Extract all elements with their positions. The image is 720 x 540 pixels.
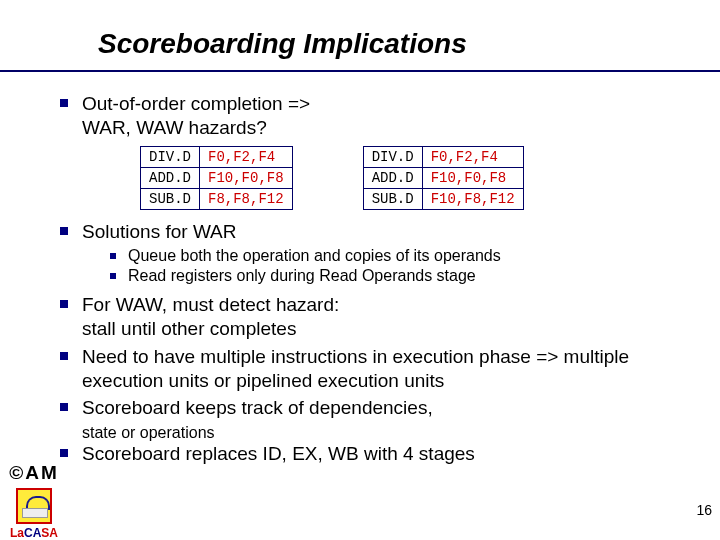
footer-logo: ©AM LaCASA [4,462,64,540]
bullet-icon [60,449,68,457]
bullet-2b-text: Read registers only during Read Operands… [128,267,476,285]
bullet-6-text: Scoreboard replaces ID, EX, WB with 4 st… [82,442,475,466]
op-cell: SUB.D [363,188,422,209]
reg-cell: F10,F0,F8 [422,167,523,188]
lacasa-p2: CA [24,526,41,540]
title-underline [0,70,720,72]
bullet-1: Out-of-order completion => WAR, WAW haza… [60,92,680,140]
bullet-icon [60,352,68,360]
reg-cell: F10,F8,F12 [422,188,523,209]
lacasa-icon [16,488,52,524]
bullet-5-text: Scoreboard keeps track of dependencies, [82,396,433,420]
table-row: DIV.DF0,F2,F4 [141,146,293,167]
bullet-4: Need to have multiple instructions in ex… [60,345,680,393]
bullet-3: For WAW, must detect hazard: stall until… [60,293,680,341]
bullet-4-text: Need to have multiple instructions in ex… [82,345,680,393]
slide-title: Scoreboarding Implications [98,28,467,60]
lacasa-p1: La [10,526,24,540]
op-cell: DIV.D [141,146,200,167]
table-left: DIV.DF0,F2,F4 ADD.DF10,F0,F8 SUB.DF8,F8,… [140,146,293,210]
page-number: 16 [696,502,712,518]
bullet-3-text: For WAW, must detect hazard: stall until… [82,293,339,341]
op-cell: DIV.D [363,146,422,167]
reg-cell: F10,F0,F8 [200,167,293,188]
bullet-5: Scoreboard keeps track of dependencies, [60,396,680,420]
bullet-1-text: Out-of-order completion => WAR, WAW haza… [82,92,310,140]
lacasa-p3: SA [41,526,58,540]
lacasa-text: LaCASA [4,526,64,540]
bullet-icon [110,273,116,279]
table-right: DIV.DF0,F2,F4 ADD.DF10,F0,F8 SUB.DF10,F8… [363,146,524,210]
bullet-2a-text: Queue both the operation and copies of i… [128,247,501,265]
reg-cell: F8,F8,F12 [200,188,293,209]
bullet-2-text: Solutions for WAR [82,220,237,244]
bullet-2a: Queue both the operation and copies of i… [110,247,680,265]
bullet-icon [60,300,68,308]
table-row: DIV.DF0,F2,F4 [363,146,523,167]
table-row: SUB.DF8,F8,F12 [141,188,293,209]
bullet-5b: state or operations [82,424,680,442]
reg-cell: F0,F2,F4 [200,146,293,167]
copyright-am: ©AM [4,462,64,484]
table-row: ADD.DF10,F0,F8 [141,167,293,188]
slide-body: Out-of-order completion => WAR, WAW haza… [60,92,680,470]
bullet-icon [110,253,116,259]
table-row: SUB.DF10,F8,F12 [363,188,523,209]
bullet-2: Solutions for WAR [60,220,680,244]
bullet-2b: Read registers only during Read Operands… [110,267,680,285]
table-row: ADD.DF10,F0,F8 [363,167,523,188]
bullet-icon [60,403,68,411]
code-tables: DIV.DF0,F2,F4 ADD.DF10,F0,F8 SUB.DF8,F8,… [140,146,680,210]
bullet-icon [60,227,68,235]
op-cell: ADD.D [141,167,200,188]
op-cell: SUB.D [141,188,200,209]
bullet-6: Scoreboard replaces ID, EX, WB with 4 st… [60,442,680,466]
op-cell: ADD.D [363,167,422,188]
reg-cell: F0,F2,F4 [422,146,523,167]
bullet-icon [60,99,68,107]
